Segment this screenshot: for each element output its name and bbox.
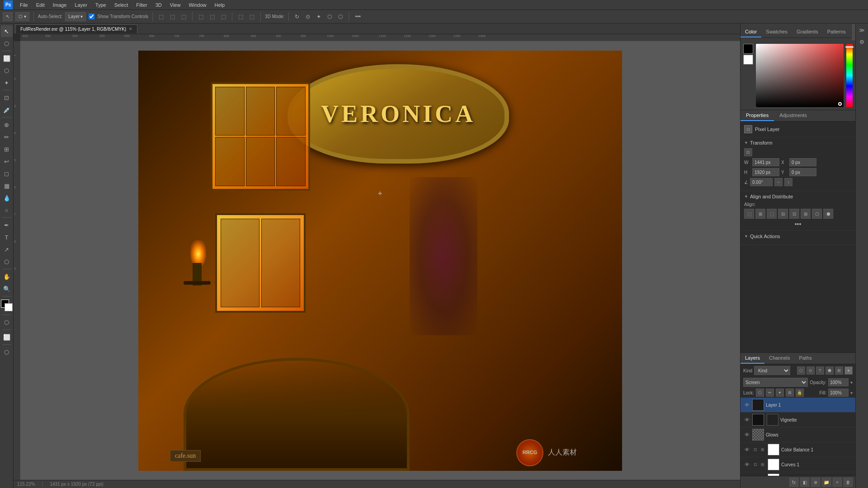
slide-icon[interactable]: ⬡ [326,13,334,21]
crop-tool[interactable]: ⊡ [1,92,13,103]
layer-mask-btn[interactable]: ◧ [800,478,809,487]
menu-3d[interactable]: 3D [152,1,165,9]
healing-tool[interactable]: ⊕ [1,119,13,131]
layer-item-vignette[interactable]: 👁 Vignette [741,413,855,427]
layer-item-curves[interactable]: 👁 ⊡ ⊞ Curves 1 [741,457,855,472]
paths-tab[interactable]: Paths [795,353,816,364]
dist-h-icon[interactable]: ⬚ [236,13,245,21]
pen-tool[interactable]: ✒ [1,219,13,231]
dist-v-icon[interactable]: ⬚ [248,13,256,21]
bg-color-swatch[interactable] [743,55,753,65]
background-color[interactable] [5,303,13,311]
align-right-icon[interactable]: ⬚ [179,13,188,21]
layer-item-color-balance[interactable]: 👁 ⊡ ⊞ Color Balance 1 [741,442,855,457]
layer-item-hue-sat[interactable]: 👁 ⊡ ⊞ Hue/Saturation 1 [741,472,855,476]
menu-help[interactable]: Help [211,1,229,9]
menu-select[interactable]: Select [111,1,132,9]
menu-type[interactable]: Type [92,1,110,9]
layer-adjustment-btn[interactable]: ⊕ [811,478,820,487]
align-center-v-btn[interactable]: ⊡ [789,209,799,219]
opacity-input[interactable] [828,378,849,386]
autoselect-dropdown[interactable]: Layer ▾ [65,12,86,21]
filter-shape-icon[interactable]: ⬟ [826,366,834,375]
adjustments-tab[interactable]: Adjustments [774,110,812,121]
align-bottom-edge-btn[interactable]: ⊞ [801,209,811,219]
align-mid-icon[interactable]: ⬚ [208,13,217,21]
brush-tool[interactable]: ✏ [1,131,13,143]
x-input[interactable] [789,158,816,166]
opacity-chevron[interactable]: ▾ [850,380,853,385]
hand-tool[interactable]: ✋ [1,271,13,282]
menu-window[interactable]: Window [185,1,210,9]
angle-input[interactable] [750,178,773,186]
channels-tab[interactable]: Channels [764,353,794,364]
align-extra-1-btn[interactable]: ⬡ [812,209,822,219]
layer-filter-select[interactable]: Kind [754,366,790,375]
layer-item-glows[interactable]: 👁 Glows [741,427,855,442]
stamp-tool[interactable]: ⊞ [1,143,13,155]
align-left-edge-btn[interactable]: ⬚ [744,209,754,219]
filter-adjust-icon[interactable]: ⊙ [807,366,815,375]
transform-constrain-icon[interactable]: ⊡ [744,148,752,156]
document-tab[interactable]: FullResRender.exr @ 115% (Layer 1, RGB/8… [15,24,137,33]
align-top-edge-btn[interactable]: ⊟ [778,209,788,219]
color-gradient-picker[interactable] [756,44,844,107]
filter-toggle-icon[interactable]: ● [844,366,853,375]
align-bottom-icon[interactable]: ⬚ [219,13,228,21]
fill-chevron[interactable]: ▾ [850,390,853,395]
filter-type-icon[interactable]: T [816,366,824,375]
learn-btn[interactable]: Learn [852,24,855,32]
orbit-icon[interactable]: ⊙ [304,13,312,21]
patterns-tab[interactable]: Patterns [823,27,850,38]
gradients-tab[interactable]: Gradients [792,27,823,38]
lock-artboard-icon[interactable]: ⊞ [786,389,794,397]
dodge-tool[interactable]: ○ [1,204,13,216]
layer-vis-1[interactable]: 👁 [743,401,750,408]
align-more-btn[interactable]: ••• [744,221,852,228]
layer-fx-btn[interactable]: fx [789,478,798,487]
transform-header[interactable]: ▼ Transform [744,140,852,145]
more-options-icon[interactable]: ••• [353,13,363,21]
y-input[interactable] [789,168,816,176]
lock-position-icon[interactable]: ✦ [776,389,784,397]
transform-controls-checkbox[interactable] [89,14,94,19]
move-tool[interactable]: ↖ [1,25,13,37]
eyedropper-tool[interactable]: 💉 [1,104,13,116]
blend-mode-select[interactable]: Screen Normal Multiply Overlay [743,378,808,387]
filter-pixel-icon[interactable]: ⬡ [797,366,805,375]
lock-all-icon[interactable]: 🔒 [796,389,804,397]
new-layer-btn[interactable]: + [833,478,842,487]
align-center-icon[interactable]: ⬚ [168,13,177,21]
h-input[interactable] [752,168,779,176]
lock-transparent-icon[interactable]: ⬡ [756,389,764,397]
pan-icon[interactable]: ✦ [315,13,323,21]
layer-item-1[interactable]: 👁 Layer 1 [741,398,855,413]
collapse-panel-btn[interactable]: ≫ [857,25,867,35]
layer-vis-color-balance[interactable]: 👁 [743,446,750,453]
fill-input[interactable] [828,389,849,397]
color-tab[interactable]: Color [741,27,761,38]
scale3d-icon[interactable]: ⬡ [336,13,344,21]
layer-vis-curves[interactable]: 👁 [743,461,750,468]
align-top-icon[interactable]: ⬚ [197,13,205,21]
layer-vis-vignette[interactable]: 👁 [743,416,750,423]
magic-wand-tool[interactable]: ✦ [1,77,13,89]
align-center-h-btn[interactable]: ⊞ [755,209,765,219]
hue-slider[interactable] [846,44,853,107]
menu-file[interactable]: File [16,1,32,9]
marquee-tool[interactable]: ⬜ [1,52,13,64]
history-brush-tool[interactable]: ↩ [1,155,13,167]
type-tool[interactable]: T [1,231,13,243]
fg-color-swatch[interactable] [743,44,753,54]
swatches-tab[interactable]: Swatches [761,27,792,38]
zoom-tool[interactable]: 🔍 [1,283,13,295]
canvas-area[interactable]: VERONICA [20,41,740,480]
screen-mode-btn[interactable]: ⬜ [1,331,13,343]
blur-tool[interactable]: 💧 [1,192,13,204]
delete-layer-btn[interactable]: 🗑 [844,478,853,487]
layers-tab[interactable]: Layers [741,353,764,364]
align-extra-2-btn[interactable]: ⬢ [823,209,833,219]
properties-tab[interactable]: Properties [741,110,774,121]
align-distribute-header[interactable]: ▼ Align and Distribute [744,194,852,199]
w-input[interactable] [752,158,779,166]
